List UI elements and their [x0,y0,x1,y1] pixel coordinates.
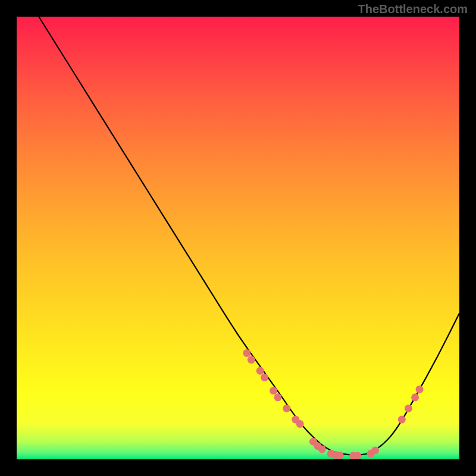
chart-plot-area [17,17,459,459]
data-marker [261,374,268,381]
data-marker [371,447,379,455]
data-marker [274,393,281,401]
data-markers [243,349,423,459]
data-marker [398,416,406,424]
attribution-text: TheBottleneck.com [358,2,468,16]
data-marker [405,405,412,412]
chart-svg [17,17,459,459]
data-marker [248,356,255,364]
data-marker [353,452,361,459]
data-marker [283,405,290,412]
data-marker [336,452,344,459]
data-marker [256,367,264,375]
data-marker [411,393,419,401]
data-marker [416,386,424,393]
data-marker [243,349,250,357]
data-marker [318,445,326,453]
data-marker [270,387,277,394]
bottleneck-curve-line [39,17,459,455]
data-marker [296,420,304,428]
